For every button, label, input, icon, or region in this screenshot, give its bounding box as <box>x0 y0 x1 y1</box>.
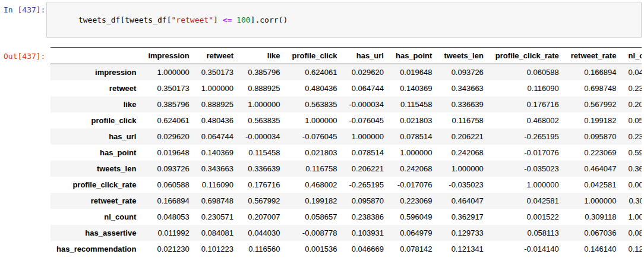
table-cell: 0.242068 <box>390 161 438 177</box>
table-cell: 0.567992 <box>565 96 623 112</box>
table-cell: 0.223069 <box>390 193 438 209</box>
row-header: has_point <box>50 145 142 161</box>
table-cell: 0.166894 <box>142 193 195 209</box>
table-cell: 0.058657 <box>286 209 343 225</box>
table-cell: 0.888925 <box>195 96 239 112</box>
table-cell: 0.060588 <box>490 64 565 81</box>
table-cell: 0.116758 <box>438 112 489 129</box>
table-cell: 0.242068 <box>438 145 489 161</box>
table-cell: 0.021803 <box>286 145 343 161</box>
table-cell: 0.116560 <box>239 241 286 257</box>
table-cell: 0.011992 <box>142 225 195 241</box>
table-cell: -0.017076 <box>490 145 565 161</box>
code-token-plain: ].corr() <box>251 15 288 24</box>
table-cell: 0.385796 <box>142 96 195 112</box>
column-header: retweet <box>195 48 239 64</box>
table-cell: 0.021230 <box>142 241 195 257</box>
column-header: has_url <box>343 48 390 64</box>
table-cell: 0.121341 <box>438 241 489 257</box>
table-cell: 0.001522 <box>490 209 565 225</box>
row-header: impression <box>50 64 142 81</box>
table-cell: 0.199182 <box>565 112 623 129</box>
table-cell: 0.101223 <box>195 241 239 257</box>
header-row: impressionretweetlikeprofile_clickhas_ur… <box>50 48 642 64</box>
table-cell: 0.350173 <box>195 64 239 81</box>
table-cell: 0.206221 <box>438 129 489 145</box>
code-cell-input[interactable]: tweets_df[tweets_df["retweet"] <= 100].c… <box>46 2 642 38</box>
table-row: nl_count0.0480530.2305710.2070070.058657… <box>50 209 642 225</box>
table-cell: 0.207007 <box>239 209 286 225</box>
table-cell: 1.000000 <box>390 145 438 161</box>
table-cell: 0.336639 <box>239 161 286 177</box>
table-row: profile_click_rate0.0605880.1160900.1767… <box>50 177 642 193</box>
table-cell: 0.468002 <box>490 112 565 129</box>
code-token-plain <box>232 15 236 24</box>
table-cell: 0.115458 <box>390 96 438 112</box>
table-cell: 0.078142 <box>390 241 438 257</box>
table-cell: 0.567992 <box>239 193 286 209</box>
table-cell: 0.126098 <box>622 241 642 257</box>
table-cell: 0.001536 <box>286 241 343 257</box>
table-cell: 0.698748 <box>195 193 239 209</box>
table-cell: 0.029620 <box>142 129 195 145</box>
table-cell: -0.076045 <box>286 129 343 145</box>
table-cell: 0.058113 <box>490 225 565 241</box>
table-cell: 0.058657 <box>622 112 642 129</box>
table-cell: 0.064979 <box>390 225 438 241</box>
table-cell: 0.343663 <box>438 80 489 96</box>
table-cell: 0.019648 <box>142 145 195 161</box>
table-cell: 0.044030 <box>239 225 286 241</box>
table-cell: -0.265195 <box>490 129 565 145</box>
table-cell: 0.362917 <box>622 161 642 177</box>
table-row: retweet0.3501731.0000000.8889250.4804360… <box>50 80 642 96</box>
table-cell: 0.309118 <box>622 193 642 209</box>
table-cell: 0.343663 <box>195 161 239 177</box>
dataframe-scroll-container[interactable]: impressionretweetlikeprofile_clickhas_ur… <box>50 47 642 257</box>
table-row: has_recommendation0.0212300.1012230.1165… <box>50 241 642 257</box>
code-token-number: 100 <box>236 15 250 24</box>
table-cell: 1.000000 <box>343 129 390 145</box>
row-header: like <box>50 96 142 112</box>
table-cell: 1.000000 <box>239 96 286 112</box>
table-row: tweets_len0.0937260.3436630.3366390.1167… <box>50 161 642 177</box>
table-cell: 0.176716 <box>239 177 286 193</box>
table-cell: 0.596049 <box>622 145 642 161</box>
table-cell: 0.206221 <box>343 161 390 177</box>
table-cell: 1.000000 <box>490 177 565 193</box>
table-cell: 0.563835 <box>239 112 286 129</box>
table-row: retweet_rate0.1668940.6987480.5679920.19… <box>50 193 642 209</box>
row-header: nl_count <box>50 209 142 225</box>
table-cell: 0.336639 <box>438 96 489 112</box>
table-cell: -0.008778 <box>286 225 343 241</box>
code-line: tweets_df[tweets_df["retweet"] <= 100].c… <box>78 15 288 24</box>
table-cell: 0.067036 <box>565 225 623 241</box>
code-token-operator: <= <box>223 15 232 24</box>
table-cell: 0.116090 <box>195 177 239 193</box>
input-row: In [437]: tweets_df[tweets_df["retweet"]… <box>1 2 643 38</box>
row-header: retweet_rate <box>50 193 142 209</box>
table-cell: 0.480436 <box>195 112 239 129</box>
table-cell: 0.001522 <box>622 177 642 193</box>
table-cell: 1.000000 <box>286 112 343 129</box>
correlation-table: impressionretweetlikeprofile_clickhas_ur… <box>50 47 642 257</box>
table-cell: 0.888925 <box>239 80 286 96</box>
table-corner-cell <box>50 48 142 64</box>
table-cell: 0.596049 <box>390 209 438 225</box>
column-header: impression <box>142 48 195 64</box>
table-cell: 1.000000 <box>195 80 239 96</box>
row-header: tweets_len <box>50 161 142 177</box>
table-cell: 0.230571 <box>195 209 239 225</box>
table-cell: 1.000000 <box>142 64 195 81</box>
column-header: profile_click <box>286 48 343 64</box>
table-cell: 0.029620 <box>343 64 390 81</box>
table-cell: -0.076045 <box>343 112 390 129</box>
row-header: has_url <box>50 129 142 145</box>
table-row: has_url0.0296200.064744-0.000034-0.07604… <box>50 129 642 145</box>
out-prompt: Out[437]: <box>1 46 46 61</box>
output-area: impressionretweetlikeprofile_clickhas_ur… <box>46 46 643 260</box>
table-cell: -0.000034 <box>343 96 390 112</box>
column-header: profile_click_rate <box>490 48 565 64</box>
table-cell: -0.265195 <box>343 177 390 193</box>
column-header: like <box>239 48 286 64</box>
table-cell: -0.014140 <box>490 241 565 257</box>
